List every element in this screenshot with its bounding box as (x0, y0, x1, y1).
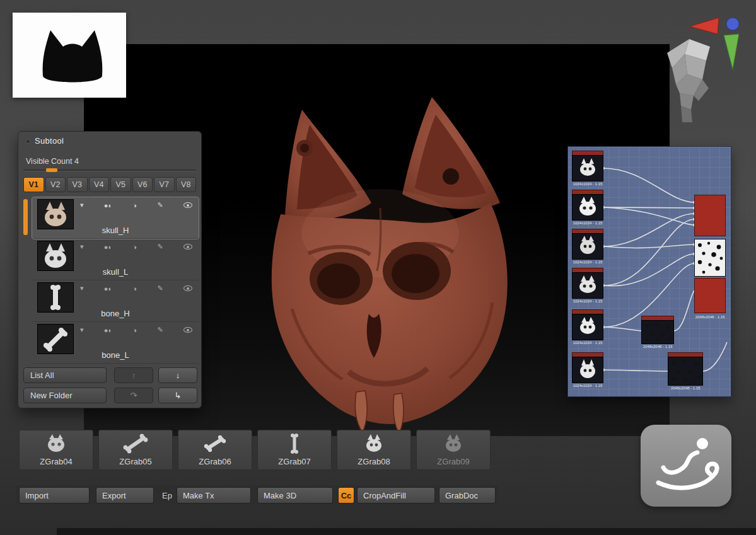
polymesh-head-preview (654, 35, 714, 125)
list-all-button[interactable]: List All (23, 367, 107, 383)
crop-and-fill-button[interactable]: CropAndFill (357, 487, 435, 503)
move-up-button[interactable]: ↑ (114, 367, 153, 383)
spots-node-large[interactable]: 2048x2048 - 1.15 (668, 352, 703, 391)
make-tx-button[interactable]: Make Tx (177, 487, 251, 503)
node-caption: 1024x1024 - 1.15 (572, 221, 603, 226)
subtool-panel: Subtool Visible Count 4 V1 V2 V3 V4 V5 V… (18, 131, 202, 408)
zgrab-item[interactable]: ZGrab07 (257, 430, 332, 470)
zbrush-logo-button[interactable] (641, 425, 731, 507)
uv-toggle-icon[interactable]: ◑ (132, 202, 137, 209)
zgrab-thumbnail (99, 432, 172, 456)
source-node[interactable]: 1024x1024 - 1.15 (572, 352, 603, 388)
noise-preview-node[interactable] (694, 239, 726, 277)
bottom-edge-bar (57, 528, 756, 535)
polypaint-toggle-icon[interactable]: ●◐ (104, 243, 112, 251)
node-graph-panel[interactable]: 1024x1024 - 1.15 1024x1024 - 1.15 1024x1… (567, 146, 731, 397)
node-caption: 2048x2048 - 1.15 (694, 315, 726, 319)
uv-toggle-icon[interactable]: ◑ (132, 243, 137, 251)
uv-toggle-icon[interactable]: ◑ (132, 326, 137, 334)
source-node[interactable]: 1024x1024 - 1.15 (572, 268, 603, 304)
node-title-bar (572, 151, 603, 155)
tab-v4[interactable]: V4 (89, 177, 110, 192)
paint-icon[interactable]: ✎ (157, 243, 163, 251)
node-caption: 1024x1024 - 1.15 (572, 182, 603, 187)
polypaint-toggle-icon[interactable]: ●◐ (104, 202, 112, 209)
polypaint-toggle-icon[interactable]: ●◐ (104, 285, 112, 292)
grab-doc-button[interactable]: GrabDoc (439, 487, 496, 503)
ep-label[interactable]: Ep (162, 491, 172, 500)
zgrab-item-disabled[interactable]: ZGrab09 (416, 430, 491, 470)
paint-icon[interactable]: ✎ (157, 326, 163, 334)
alpha-preview-thumbnail[interactable] (13, 13, 126, 98)
node-title-bar (641, 316, 674, 320)
subtool-panel-title: Subtool (35, 136, 64, 146)
panel-menu-icon[interactable] (26, 139, 30, 144)
import-button[interactable]: Import (19, 487, 90, 503)
collapse-icon[interactable]: ▾ (80, 243, 84, 251)
zgrab-item[interactable]: ZGrab06 (178, 430, 252, 470)
tab-v2[interactable]: V2 (45, 177, 66, 192)
subtool-scroll-indicator[interactable] (23, 199, 28, 235)
zgrab-item[interactable]: ZGrab04 (19, 430, 93, 470)
zgrab-item[interactable]: ZGrab05 (98, 430, 173, 470)
zgrab-label: ZGrab04 (20, 457, 93, 466)
tab-v7[interactable]: V7 (154, 177, 175, 192)
subtool-thumbnail (37, 324, 74, 354)
new-folder-button[interactable]: New Folder (23, 388, 107, 403)
spots-node[interactable]: 2048x2048 - 1.15 (641, 316, 674, 349)
append-button[interactable]: ↳ (158, 388, 197, 403)
subtool-item-bone-l[interactable]: ▾ ●◐ ◑ ✎ bone_L (32, 322, 199, 364)
source-node[interactable]: 1024x1024 - 1.15 (572, 309, 603, 345)
visible-count-label: Visible Count 4 (26, 157, 79, 166)
zgrab-label: ZGrab08 (337, 457, 410, 466)
subtool-name: skull_L (37, 267, 194, 277)
paint-icon[interactable]: ✎ (157, 284, 163, 292)
source-node[interactable]: 1024x1024 - 1.15 (572, 151, 603, 187)
subtool-thumbnail (37, 282, 74, 313)
subtool-item-bone-h[interactable]: ▾ ●◐ ◑ ✎ bone_H (32, 280, 199, 322)
subtool-thumbnail (37, 199, 74, 229)
visibility-eye-icon[interactable] (183, 327, 192, 333)
zgrab-thumbnail (417, 432, 490, 456)
duplicate-button[interactable]: ↷ (114, 388, 153, 403)
export-button[interactable]: Export (96, 487, 154, 503)
node-thumbnail (572, 272, 603, 299)
node-thumbnail (668, 357, 703, 386)
collapse-icon[interactable]: ▾ (80, 326, 84, 334)
output-node-red[interactable] (694, 278, 726, 313)
tab-v6[interactable]: V6 (132, 177, 153, 192)
node-title-bar (668, 352, 703, 357)
node-thumbnail (572, 314, 603, 340)
visibility-eye-icon[interactable] (183, 244, 192, 250)
tab-v3[interactable]: V3 (67, 177, 88, 192)
make-3d-button[interactable]: Make 3D (257, 487, 333, 503)
zgrab-item[interactable]: ZGrab08 (337, 430, 411, 470)
tab-v8[interactable]: V8 (176, 177, 197, 192)
source-node[interactable]: 1024x1024 - 1.15 (572, 229, 603, 265)
subtool-item-skull-h[interactable]: ▾ ●◐ ◑ ✎ skull_H (32, 197, 199, 239)
node-caption: 2048x2048 - 1.15 (641, 345, 674, 349)
source-node[interactable]: 1024x1024 - 1.15 (572, 190, 603, 226)
subtool-name: bone_L (37, 350, 194, 360)
tab-v1[interactable]: V1 (23, 177, 44, 192)
z-axis-sphere-icon (726, 18, 739, 30)
polypaint-toggle-icon[interactable]: ●◐ (104, 326, 112, 334)
visibility-eye-icon[interactable] (183, 202, 192, 208)
subtool-name: skull_H (37, 226, 194, 235)
move-down-button[interactable]: ↓ (158, 367, 197, 383)
paint-icon[interactable]: ✎ (157, 201, 163, 209)
tab-v5[interactable]: V5 (110, 177, 131, 192)
node-caption: 1024x1024 - 1.15 (572, 299, 603, 304)
subtool-toggle-icons: ▾ ●◐ ◑ ✎ (80, 243, 192, 251)
visibility-eye-icon[interactable] (183, 285, 192, 291)
subtool-item-skull-l[interactable]: ▾ ●◐ ◑ ✎ skull_L (32, 239, 199, 280)
uv-toggle-icon[interactable]: ◑ (132, 285, 137, 292)
node-title-bar (572, 352, 603, 357)
zgrab-thumbnail (20, 432, 93, 456)
merge-node-red[interactable] (694, 195, 726, 236)
cc-toggle-button[interactable]: Cc (338, 487, 354, 503)
cat-head-silhouette-icon (13, 13, 126, 98)
collapse-icon[interactable]: ▾ (80, 284, 84, 292)
collapse-icon[interactable]: ▾ (80, 201, 84, 209)
visible-count-slider-handle[interactable] (46, 168, 57, 172)
